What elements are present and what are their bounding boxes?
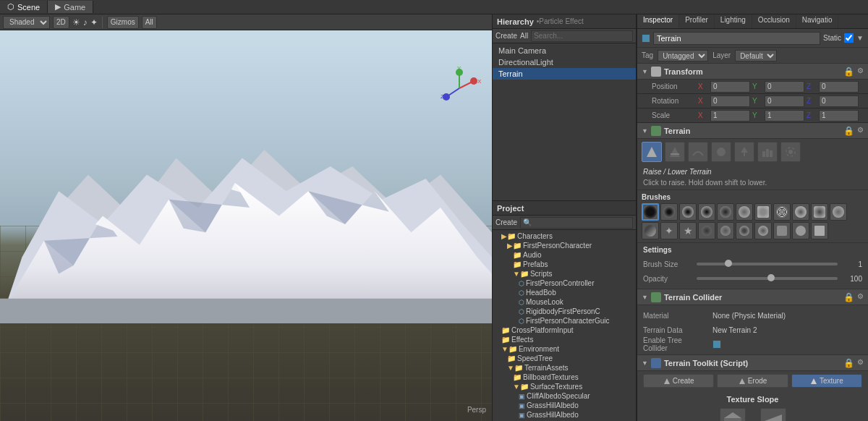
hier-item-light[interactable]: DirectionalLight <box>493 56 636 68</box>
brush-1[interactable] <box>660 203 678 221</box>
scale-z-input[interactable] <box>819 110 859 122</box>
tool-trees[interactable] <box>734 142 754 162</box>
tab-occlusion[interactable]: Occlusion <box>752 14 796 28</box>
rot-y-input[interactable] <box>765 95 804 107</box>
static-checkbox[interactable] <box>844 33 854 43</box>
toolkit-menu-icon[interactable]: ⚙ <box>857 358 864 368</box>
tab-profiler[interactable]: Profiler <box>679 14 715 28</box>
proj-characters[interactable]: ▶📁Characters <box>493 231 636 241</box>
proj-cliff[interactable]: ▣CliffAlbedoSpecular <box>493 391 636 401</box>
brush-12[interactable]: ✦ <box>660 222 678 239</box>
tab-game[interactable]: ▶ Game <box>48 1 93 13</box>
toolkit-tab-erode[interactable]: Erode <box>717 374 788 388</box>
shading-select[interactable]: Shaded <box>3 16 50 29</box>
scene-view[interactable]: X Y Z Persp <box>0 30 492 421</box>
proj-fpc-script[interactable]: ⬡FirstPersonController <box>493 278 636 288</box>
tool-paint-height[interactable] <box>665 142 685 162</box>
toolkit-lock-icon[interactable]: 🔒 <box>843 358 854 368</box>
brush-19[interactable] <box>792 222 809 239</box>
brush-3[interactable] <box>698 203 715 221</box>
gizmos-button[interactable]: Gizmos <box>107 16 139 29</box>
transform-header[interactable]: ▼ Transform 🔒 ⚙ <box>637 64 868 80</box>
slope-icon-1[interactable] <box>720 408 746 421</box>
collider-menu-icon[interactable]: ⚙ <box>857 292 864 302</box>
tree-collider-checkbox[interactable] <box>712 340 721 349</box>
scale-x-input[interactable] <box>710 110 750 122</box>
proj-scripts[interactable]: ▼📁Scripts <box>493 269 636 278</box>
brush-7[interactable] <box>773 203 791 221</box>
brush-9[interactable] <box>811 203 828 221</box>
proj-fpcguide[interactable]: ⬡FirstPersonCharacterGuic <box>493 316 636 326</box>
transform-lock-icon[interactable]: 🔒 <box>843 67 854 77</box>
brush-8[interactable] <box>792 203 809 221</box>
brush-15[interactable] <box>717 222 734 239</box>
tool-settings[interactable] <box>780 142 801 162</box>
brush-20[interactable] <box>811 222 828 239</box>
tab-scene[interactable]: ⬡ Scene <box>0 1 48 13</box>
proj-effects[interactable]: 📁Effects <box>493 335 636 344</box>
brush-13[interactable]: ★ <box>679 222 697 239</box>
terrain-lock-icon[interactable]: 🔒 <box>843 126 854 136</box>
proj-billboard[interactable]: 📁BillboardTextures <box>493 373 636 382</box>
hier-item-terrain[interactable]: Terrain <box>493 68 636 80</box>
brush-size-slider[interactable] <box>697 263 838 265</box>
proj-prefabs[interactable]: 📁Prefabs <box>493 260 636 269</box>
lights-icon[interactable]: ☀ <box>72 17 80 27</box>
tool-smooth[interactable] <box>688 142 708 162</box>
2d-button[interactable]: 2D <box>53 16 69 29</box>
transform-menu-icon[interactable]: ⚙ <box>857 67 864 77</box>
proj-terrainassets[interactable]: ▼📁TerrainAssets <box>493 363 636 373</box>
rot-x-input[interactable] <box>710 95 750 107</box>
active-checkbox[interactable] <box>642 34 650 43</box>
tool-details[interactable] <box>757 142 778 162</box>
brush-0[interactable] <box>642 203 659 221</box>
toolkit-tab-texture[interactable]: Texture <box>791 374 862 388</box>
opacity-slider[interactable] <box>697 277 838 280</box>
scale-y-input[interactable] <box>765 110 804 122</box>
brush-6[interactable] <box>754 203 772 221</box>
project-create-btn[interactable]: Create <box>495 218 517 226</box>
collider-header[interactable]: ▼ Terrain Collider 🔒 ⚙ <box>637 289 868 305</box>
brush-2[interactable] <box>679 203 697 221</box>
tab-inspector[interactable]: Inspector <box>637 14 679 28</box>
hierarchy-all-btn[interactable]: All <box>520 32 528 40</box>
pos-y-input[interactable] <box>765 81 804 93</box>
proj-audio[interactable]: 📁Audio <box>493 250 636 260</box>
particle-effect-tab[interactable]: •Particle Effect <box>537 17 584 25</box>
proj-environment[interactable]: ▼📁Environment <box>493 344 636 354</box>
brush-size-thumb[interactable] <box>725 260 732 267</box>
proj-surface[interactable]: ▼📁SurfaceTextures <box>493 382 636 391</box>
pos-x-input[interactable] <box>710 81 750 93</box>
all-layers-button[interactable]: All <box>142 16 157 29</box>
object-name-field[interactable] <box>653 32 820 45</box>
project-search[interactable] <box>520 217 633 229</box>
brush-10[interactable] <box>830 203 847 221</box>
tool-paint-texture[interactable] <box>711 142 731 162</box>
proj-grasshill2[interactable]: ▣GrassHillAlbedo <box>493 410 636 420</box>
proj-speedtree[interactable]: 📁SpeedTree <box>493 354 636 363</box>
proj-headbob[interactable]: ⬡HeadBob <box>493 288 636 297</box>
brush-14[interactable] <box>698 222 715 239</box>
hierarchy-search[interactable] <box>531 30 633 42</box>
brush-18[interactable] <box>773 222 791 239</box>
static-dropdown-icon[interactable]: ▼ <box>856 34 864 42</box>
collider-lock-icon[interactable]: 🔒 <box>843 292 854 302</box>
rot-z-input[interactable] <box>819 95 859 107</box>
proj-mouselook[interactable]: ⬡MouseLook <box>493 297 636 307</box>
brush-16[interactable] <box>736 222 753 239</box>
toolkit-tab-create[interactable]: Create <box>643 374 714 388</box>
slope-icon-2[interactable] <box>760 408 786 421</box>
proj-crossplatform[interactable]: 📁CrossPlatformInput <box>493 326 636 335</box>
pos-z-input[interactable] <box>819 81 859 93</box>
hier-item-camera[interactable]: Main Camera <box>493 45 636 56</box>
opacity-thumb[interactable] <box>767 274 775 281</box>
brush-11[interactable] <box>642 222 659 239</box>
brush-5[interactable] <box>736 203 753 221</box>
tab-navigation[interactable]: Navigatio <box>796 14 839 28</box>
layer-select[interactable]: Default <box>735 50 777 61</box>
hierarchy-create-btn[interactable]: Create <box>495 32 517 40</box>
audio-icon[interactable]: ♪ <box>83 17 88 27</box>
terrain-menu-icon[interactable]: ⚙ <box>857 126 864 136</box>
brush-17[interactable] <box>754 222 772 239</box>
terrain-header[interactable]: ▼ Terrain 🔒 ⚙ <box>637 123 868 139</box>
